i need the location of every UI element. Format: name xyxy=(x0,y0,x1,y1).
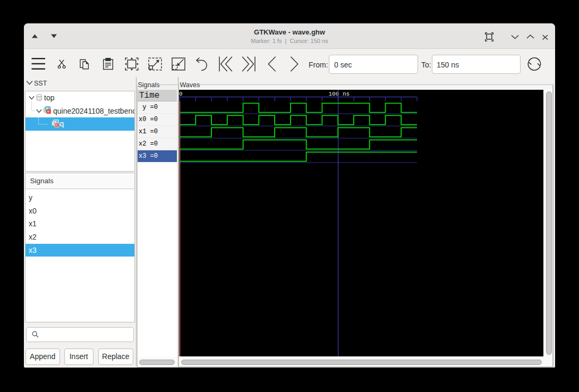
svg-text:0: 0 xyxy=(179,91,183,97)
svg-text:100 ns: 100 ns xyxy=(329,91,350,97)
